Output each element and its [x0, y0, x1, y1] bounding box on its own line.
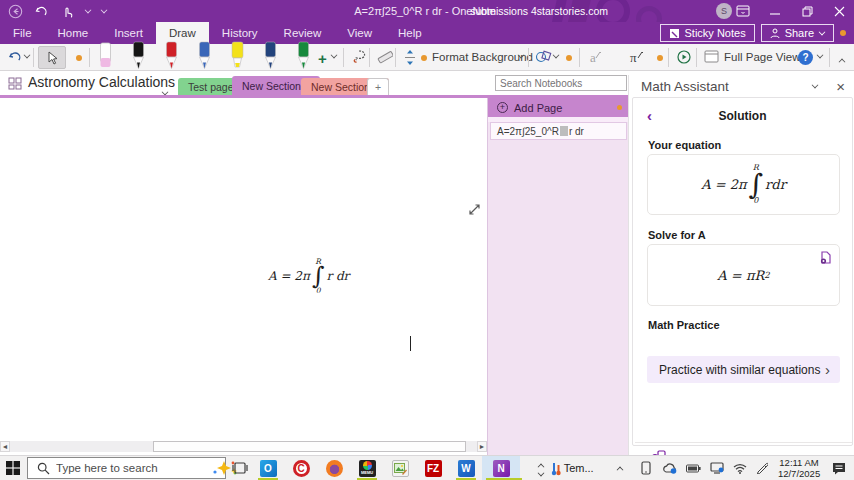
page-title-selection: [560, 126, 568, 136]
clock[interactable]: 12:11 AM 12/7/2025: [774, 457, 825, 479]
wifi-icon[interactable]: [728, 463, 751, 474]
undo-button[interactable]: [8, 50, 22, 63]
eraser-icon[interactable]: [98, 41, 113, 71]
minimize-button[interactable]: [760, 0, 790, 22]
ruler-icon[interactable]: [377, 49, 393, 65]
taskbar-app-word[interactable]: W: [450, 456, 482, 480]
add-page-button[interactable]: + Add Page: [488, 98, 629, 117]
close-button[interactable]: [824, 0, 854, 22]
display-icon[interactable]: [705, 462, 729, 474]
integral-symbol: R ∫ 0: [749, 164, 764, 205]
back-icon[interactable]: [6, 2, 24, 20]
lasso-select-icon[interactable]: [351, 49, 367, 65]
math-practice-label: Math Practice: [648, 319, 720, 331]
shapes-chevron-icon[interactable]: [553, 55, 559, 58]
panel-chevron-icon[interactable]: [812, 85, 818, 88]
onedrive-icon[interactable]: [658, 463, 682, 474]
pen-galaxy-icon[interactable]: [197, 41, 212, 71]
full-page-view-icon[interactable]: [704, 50, 719, 63]
ink-it-icon[interactable]: [819, 251, 832, 269]
taskbar-app-onenote[interactable]: N: [485, 456, 517, 480]
chevron-down-icon[interactable]: [84, 2, 92, 20]
solution-heading: Solution: [633, 109, 852, 123]
memu-icon: MEMU: [359, 460, 376, 477]
pen-workspace-icon[interactable]: [751, 462, 774, 474]
scroll-left-icon[interactable]: ◄: [0, 441, 10, 452]
ink-to-math-icon[interactable]: π: [630, 50, 644, 66]
pen-black-icon[interactable]: [131, 41, 146, 71]
select-tool-button[interactable]: [38, 46, 66, 69]
search-input[interactable]: [496, 78, 636, 89]
add-pen-button[interactable]: +: [318, 50, 327, 67]
scroll-right-icon[interactable]: ►: [477, 441, 487, 452]
tab-view[interactable]: View: [334, 22, 385, 44]
text-caret: [410, 336, 411, 351]
add-page-plus-icon: +: [497, 102, 508, 113]
shapes-icon[interactable]: [535, 49, 552, 65]
page-canvas[interactable]: A = 2π R ∫ 0 r dr ◄ ►: [0, 98, 487, 455]
taskbar-app-outlook[interactable]: O: [252, 456, 284, 480]
show-hidden-icons-chevron[interactable]: [605, 464, 634, 473]
outlook-icon: O: [260, 460, 277, 477]
sticky-notes-button[interactable]: Sticky Notes: [660, 24, 755, 42]
highlighter-yellow-icon[interactable]: [230, 41, 245, 71]
add-section-button[interactable]: +: [367, 78, 389, 95]
ribbon-display-options-icon[interactable]: [728, 0, 758, 22]
taskbar-app-filezilla[interactable]: FZ: [417, 456, 449, 480]
firefox-icon: [326, 460, 343, 477]
panel-title: Math Assistant: [641, 79, 812, 94]
practice-button[interactable]: Practice with similar equations ›: [647, 356, 840, 383]
notebook-title[interactable]: Astronomy Calculations: [28, 74, 175, 90]
taskbar-search-input[interactable]: [56, 462, 210, 474]
panel-close-icon[interactable]: ×: [836, 79, 845, 94]
account-name[interactable]: submissions 4starstories.com: [470, 0, 608, 22]
undo-chevron-icon[interactable]: [24, 55, 30, 58]
ink-replay-icon[interactable]: [676, 49, 692, 65]
scrollbar-thumb[interactable]: [153, 441, 466, 452]
taskbar-app-browser[interactable]: C: [285, 456, 317, 480]
taskbar-app-firefox[interactable]: [318, 456, 350, 480]
your-phone-icon[interactable]: [634, 461, 658, 475]
customize-qat-icon[interactable]: [100, 2, 108, 20]
pen-red-icon[interactable]: [164, 41, 179, 71]
pen-navy-icon[interactable]: [263, 41, 278, 71]
tab-file[interactable]: File: [0, 22, 45, 44]
chevron-down-icon[interactable]: [538, 470, 545, 477]
share-button[interactable]: Share: [761, 24, 834, 42]
page-list-item[interactable]: A=2π∫25_0^Rr dr: [490, 122, 627, 140]
notebook-list-icon[interactable]: [8, 77, 22, 90]
temperature-icon[interactable]: [548, 461, 564, 476]
help-icon[interactable]: ?: [798, 50, 813, 65]
system-tray: Tem... 12:11 AM 12/7/2025: [548, 456, 854, 480]
task-view-icon[interactable]: [230, 459, 250, 477]
ink-equation[interactable]: A = 2π R ∫ 0 r dr: [268, 258, 349, 295]
touch-mode-icon[interactable]: [58, 2, 76, 20]
action-center-icon[interactable]: [825, 462, 854, 475]
format-background-chevron-icon[interactable]: [518, 55, 524, 58]
panel-divider: [635, 442, 852, 443]
solution-equation: A = πR2: [717, 268, 769, 283]
tab-home[interactable]: Home: [45, 22, 102, 44]
chevron-down-icon: [819, 28, 826, 35]
onenote-window: A=2π∫25_0^R r dr - OneNote submissions 4…: [0, 0, 854, 480]
tray-time: 12:11 AM: [774, 457, 825, 468]
ink-to-text-icon[interactable]: a: [590, 50, 602, 66]
pen-green-icon[interactable]: [296, 41, 311, 71]
taskbar-app-memu[interactable]: MEMU: [351, 456, 383, 480]
battery-icon[interactable]: [681, 464, 705, 473]
tab-help[interactable]: Help: [385, 22, 435, 44]
undo-icon[interactable]: [32, 2, 50, 20]
pen-gallery-chevron-icon[interactable]: [331, 55, 337, 58]
full-page-view-button[interactable]: Full Page View: [724, 51, 801, 63]
insert-space-icon[interactable]: [403, 49, 417, 66]
search-icon: [37, 462, 50, 475]
taskbar-scroll-chevrons[interactable]: [533, 457, 549, 480]
horizontal-scrollbar[interactable]: ◄ ►: [0, 441, 487, 452]
temperature-label[interactable]: Tem...: [564, 462, 605, 474]
help-chevron-icon[interactable]: [817, 55, 823, 58]
resize-diagonal-icon[interactable]: [467, 202, 482, 217]
collapse-ribbon-icon[interactable]: [839, 56, 845, 65]
taskbar-app-image-editor[interactable]: [384, 456, 416, 480]
restore-button[interactable]: [792, 0, 822, 22]
start-button[interactable]: [0, 456, 26, 480]
